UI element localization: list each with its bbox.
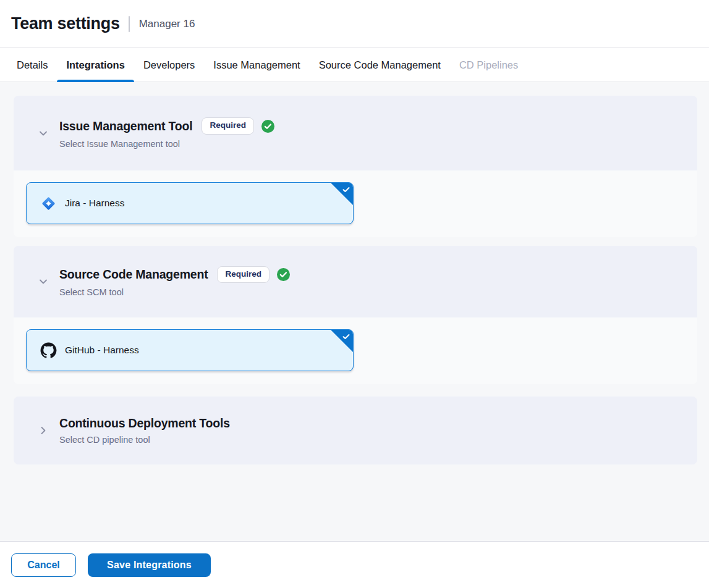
section-title: Issue Management Tool bbox=[59, 119, 192, 133]
chevron-down-icon bbox=[38, 128, 48, 138]
jira-icon bbox=[40, 195, 57, 212]
tab-integrations-label: Integrations bbox=[66, 59, 124, 71]
title-divider bbox=[129, 16, 130, 32]
page-title: Team settings bbox=[11, 14, 120, 33]
selected-check-icon bbox=[342, 332, 350, 343]
tab-details-label: Details bbox=[17, 59, 48, 71]
section-continuous-deployment-tools: Continuous Deployment Tools Select CD pi… bbox=[14, 397, 697, 464]
tab-cd-pipelines-label: CD Pipelines bbox=[459, 59, 518, 71]
tab-bar: Details Integrations Developers Issue Ma… bbox=[0, 48, 709, 82]
selected-check-icon bbox=[342, 185, 350, 196]
section-subtitle: Select CD pipeline tool bbox=[59, 435, 230, 445]
tab-integrations[interactable]: Integrations bbox=[57, 48, 134, 82]
tab-developers[interactable]: Developers bbox=[134, 48, 204, 82]
section-title: Continuous Deployment Tools bbox=[59, 416, 230, 430]
footer-action-bar: Cancel Save Integrations bbox=[0, 541, 709, 588]
section-issue-management-header[interactable]: Issue Management Tool Required Select Is… bbox=[14, 96, 697, 170]
section-scm-header[interactable]: Source Code Management Required Select S… bbox=[14, 246, 697, 317]
section-issue-management-body: Jira - Harness bbox=[14, 170, 697, 237]
required-badge: Required bbox=[202, 117, 254, 134]
chevron-down-icon bbox=[38, 277, 48, 287]
section-source-code-management: Source Code Management Required Select S… bbox=[14, 246, 697, 384]
option-card-jira-harness[interactable]: Jira - Harness bbox=[26, 182, 354, 224]
option-label: Jira - Harness bbox=[65, 198, 124, 209]
section-title: Source Code Management bbox=[59, 267, 208, 282]
tab-source-code-management[interactable]: Source Code Management bbox=[310, 48, 450, 82]
tab-issue-management-label: Issue Management bbox=[213, 59, 300, 71]
cancel-button[interactable]: Cancel bbox=[11, 553, 76, 577]
tab-source-code-management-label: Source Code Management bbox=[319, 59, 441, 71]
check-circle-icon bbox=[277, 268, 290, 281]
github-icon bbox=[40, 342, 57, 359]
required-badge: Required bbox=[217, 266, 270, 283]
section-subtitle: Select SCM tool bbox=[59, 287, 290, 297]
section-cd-header[interactable]: Continuous Deployment Tools Select CD pi… bbox=[14, 397, 697, 464]
tab-details[interactable]: Details bbox=[7, 48, 57, 82]
section-scm-body: GitHub - Harness bbox=[14, 317, 697, 384]
page-header: Team settings Manager 16 bbox=[0, 0, 709, 48]
tab-developers-label: Developers bbox=[143, 59, 195, 71]
option-label: GitHub - Harness bbox=[65, 345, 139, 356]
tab-cd-pipelines: CD Pipelines bbox=[450, 48, 527, 82]
option-card-github-harness[interactable]: GitHub - Harness bbox=[26, 329, 354, 371]
check-circle-icon bbox=[261, 120, 274, 133]
section-subtitle: Select Issue Management tool bbox=[59, 139, 274, 149]
active-tab-underline bbox=[57, 80, 134, 82]
save-integrations-button[interactable]: Save Integrations bbox=[88, 553, 211, 577]
integrations-content: Issue Management Tool Required Select Is… bbox=[0, 82, 709, 541]
section-issue-management-tool: Issue Management Tool Required Select Is… bbox=[14, 96, 697, 237]
chevron-right-icon bbox=[38, 426, 48, 435]
tab-issue-management[interactable]: Issue Management bbox=[204, 48, 309, 82]
page-subtitle: Manager 16 bbox=[139, 18, 195, 30]
